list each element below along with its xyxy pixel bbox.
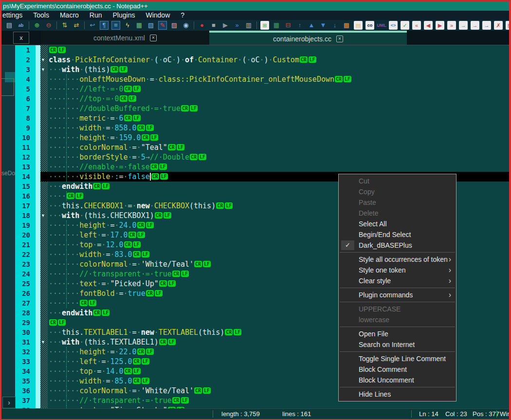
tab-containerobjects-cc[interactable]: containerobjects.cc× <box>209 31 407 45</box>
context-menu-item-block-uncomment[interactable]: Block Uncomment <box>339 375 456 385</box>
macro-play-icon[interactable]: ▶ <box>221 21 230 30</box>
fold-margin[interactable] <box>40 162 48 172</box>
bookmark-margin[interactable] <box>36 376 40 386</box>
code-text[interactable]: CRLF <box>48 45 509 55</box>
line-number[interactable]: 9 <box>15 123 36 133</box>
bookmark-margin[interactable] <box>36 191 40 201</box>
nav-first-icon[interactable]: « <box>412 21 421 30</box>
bookmark-margin[interactable] <box>36 123 40 133</box>
line-number[interactable]: 19 <box>15 220 36 230</box>
fold-collapse-icon[interactable]: ▼ <box>41 67 45 72</box>
bookmark-margin[interactable] <box>36 298 40 308</box>
line-number[interactable]: 18 <box>15 211 36 220</box>
menu-item-tools[interactable]: Tools <box>28 11 55 20</box>
line-number[interactable]: 25 <box>15 279 36 289</box>
bookmark-margin[interactable] <box>36 133 40 143</box>
fold-margin[interactable] <box>40 45 48 55</box>
context-menu-item-begin-end-select[interactable]: Begin/End Select <box>339 229 456 240</box>
bookmark-margin[interactable] <box>36 211 40 220</box>
fold-margin[interactable] <box>40 366 48 376</box>
fold-margin[interactable] <box>40 104 48 113</box>
bookmark-margin[interactable] <box>36 366 40 376</box>
move-top-icon[interactable]: ↑ <box>295 21 304 30</box>
bookmark-margin[interactable] <box>36 318 40 328</box>
fold-margin[interactable] <box>40 123 48 133</box>
line-number[interactable]: 31 <box>15 337 36 347</box>
code-text[interactable]: ·······//doubleBuffered·=·trueCRLF <box>48 104 509 113</box>
fold-margin[interactable] <box>40 289 48 298</box>
bookmark-margin[interactable] <box>36 162 40 172</box>
fold-margin[interactable] <box>40 152 48 162</box>
sync-vertical-icon[interactable]: ⇅ <box>60 21 69 30</box>
bookmark-margin[interactable] <box>36 74 40 84</box>
line-number[interactable]: 27 <box>15 298 36 308</box>
compare-purple-icon[interactable]: → <box>471 21 479 30</box>
code-line[interactable]: 11·······colorNormal·=·"Teal"CRLF <box>15 143 509 152</box>
word-wrap-icon[interactable]: ↩ <box>88 21 97 30</box>
compare-green-icon[interactable]: → <box>459 21 468 30</box>
nav-prev-icon[interactable]: ◀ <box>424 21 433 30</box>
menu-item-run[interactable]: Run <box>84 11 108 20</box>
code-line[interactable]: 7·······//doubleBuffered·=·trueCRLF <box>15 104 509 113</box>
bookmark-margin[interactable] <box>36 201 40 211</box>
code-line[interactable]: 12·······borderStyle·=·5→//·DoubleCRLF <box>15 152 509 162</box>
fold-margin[interactable] <box>40 191 48 201</box>
context-menu-item-dark-dbaseplus[interactable]: ✓Dark_dBASEPlus <box>339 240 456 251</box>
fold-margin[interactable] <box>40 386 48 396</box>
doc-lines-icon[interactable]: ▤ <box>506 21 509 30</box>
bookmark-margin[interactable] <box>36 45 40 55</box>
plugin-table-remove-icon[interactable]: ⊟ <box>284 21 292 30</box>
menu-item-[interactable]: ? <box>175 11 190 20</box>
line-number[interactable]: 36 <box>15 386 36 396</box>
line-number[interactable]: 8 <box>15 113 36 123</box>
code-line[interactable]: 8·······metric·=·6CRLF <box>15 113 509 123</box>
fold-collapse-icon[interactable]: ▼ <box>41 213 45 218</box>
bookmark-margin[interactable] <box>36 152 40 162</box>
code-line[interactable]: 13·······//enable·=·falseCRLF <box>15 162 509 172</box>
code-text[interactable]: ·······metric·=·6CRLF <box>48 113 509 123</box>
context-menu-item-select-all[interactable]: Select All <box>339 219 456 229</box>
fold-margin[interactable]: ▼ <box>40 337 48 347</box>
tab-close-icon[interactable]: × <box>336 36 343 42</box>
xml-tools-icon[interactable]: <> <box>389 21 398 30</box>
fold-margin[interactable] <box>40 240 48 250</box>
fold-collapse-icon[interactable]: ▼ <box>41 57 45 62</box>
line-number[interactable]: 14 <box>15 172 36 182</box>
code-text[interactable]: ·······//left·=·0CRLF <box>48 84 509 94</box>
fold-margin[interactable]: ▼ <box>40 211 48 220</box>
line-number[interactable]: 13 <box>15 162 36 172</box>
bookmark-margin[interactable] <box>36 250 40 259</box>
menu-item-plugins[interactable]: Plugins <box>108 11 141 20</box>
line-number[interactable]: 6 <box>15 94 36 104</box>
code-line[interactable]: 1CRLF <box>15 45 509 55</box>
line-number[interactable]: 7 <box>15 104 36 113</box>
fold-margin[interactable] <box>40 143 48 152</box>
line-number[interactable]: 17 <box>15 201 36 211</box>
side-panel-close-button[interactable]: x <box>13 32 29 44</box>
tab-close-icon[interactable]: × <box>150 35 157 41</box>
line-number[interactable]: 2 <box>15 55 36 65</box>
macro-record-icon[interactable]: ● <box>198 21 206 30</box>
print-icon[interactable]: ▤ <box>5 21 14 30</box>
context-menu-item-hide-lines[interactable]: Hide Lines <box>339 389 456 400</box>
bookmark-margin[interactable] <box>36 113 40 123</box>
shortcut-mapper-icon[interactable]: ϟ <box>123 21 132 30</box>
fold-margin[interactable] <box>40 259 48 269</box>
bookmark-margin[interactable] <box>36 220 40 230</box>
bookmark-margin[interactable] <box>36 94 40 104</box>
move-down-icon[interactable]: ▼ <box>319 21 328 30</box>
code-line[interactable]: 2▼class·PickInfoContainer·(·oC·)·of·Cont… <box>15 55 509 65</box>
fold-margin[interactable] <box>40 328 48 337</box>
file-browser-icon[interactable]: ✎ <box>158 21 167 30</box>
fold-margin[interactable] <box>40 182 48 191</box>
plugin-co-icon[interactable]: co <box>365 21 374 30</box>
fold-margin[interactable] <box>40 250 48 259</box>
bookmark-margin[interactable] <box>36 308 40 318</box>
fold-margin[interactable] <box>40 308 48 318</box>
line-number[interactable]: 15 <box>15 182 36 191</box>
plugin-table-add-icon[interactable]: ▦ <box>272 21 281 30</box>
line-number[interactable]: 37 <box>15 396 36 405</box>
code-line[interactable]: 5·······//left·=·0CRLF <box>15 84 509 94</box>
bookmark-margin[interactable] <box>36 279 40 289</box>
code-text[interactable]: ·······//enable·=·falseCRLF <box>48 162 509 172</box>
